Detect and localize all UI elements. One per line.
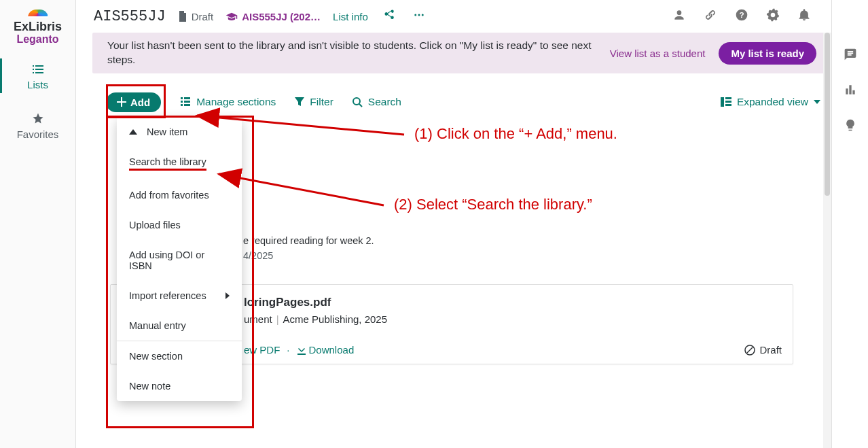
citation-actions: ew PDF · Download <box>244 344 354 356</box>
menu-search-library[interactable]: Search the library <box>117 147 242 180</box>
tips-icon[interactable] <box>844 118 857 135</box>
brand-line2: Leganto <box>14 34 62 45</box>
list-ready-button[interactable]: My list is ready <box>719 42 816 65</box>
view-pdf-fragment[interactable]: ew PDF <box>244 344 280 356</box>
brand-logo: ExLibris Leganto <box>8 0 67 52</box>
menu-new-note[interactable]: New note <box>117 371 242 401</box>
view-mode-label: Expanded view <box>737 96 808 108</box>
left-sidebar: ExLibris Leganto Lists Favorites <box>0 0 76 448</box>
share-icon[interactable] <box>380 6 398 27</box>
add-button[interactable]: Add <box>106 92 161 112</box>
course-link[interactable]: AIS555JJ (202… <box>225 11 321 22</box>
course-code: AIS555JJ <box>94 8 166 25</box>
menu-search-library-label: Search the library <box>129 156 206 171</box>
menu-doi-isbn[interactable]: Add using DOI or ISBN <box>117 240 242 281</box>
info-banner: Your list hasn't been sent to the librar… <box>92 33 831 73</box>
svg-point-2 <box>422 14 424 16</box>
nav-lists[interactable]: Lists <box>0 52 75 100</box>
brand-line1: ExLibris <box>14 20 62 33</box>
citation-title-fragment: loringPages.pdf <box>244 296 331 309</box>
menu-new-item-label: New item <box>147 126 187 137</box>
notifications-icon[interactable] <box>795 5 814 27</box>
help-icon[interactable]: ? <box>732 5 751 27</box>
top-bar: AIS555JJ Draft AIS555JJ (202… List info … <box>76 0 831 33</box>
chevron-right-icon <box>225 292 230 299</box>
analytics-icon[interactable] <box>844 83 857 99</box>
settings-icon[interactable] <box>763 5 782 27</box>
svg-line-8 <box>219 174 384 205</box>
menu-new-section[interactable]: New section <box>117 341 242 371</box>
download-link[interactable]: Download <box>297 344 355 356</box>
graduation-cap-icon <box>225 12 238 21</box>
citation-status: Draft <box>744 344 782 356</box>
filter[interactable]: Filter <box>295 96 333 108</box>
nav-favorites-label: Favorites <box>17 128 59 140</box>
list-toolbar: Add Manage sections Filter Search Expand… <box>106 87 820 117</box>
link-icon[interactable] <box>701 5 720 27</box>
filter-icon <box>295 97 304 107</box>
svg-point-5 <box>353 98 360 105</box>
scrollbar-thumb[interactable] <box>825 33 830 196</box>
add-menu: New item Search the library Add from fav… <box>117 117 242 401</box>
user-icon[interactable] <box>670 5 689 27</box>
list-info-link[interactable]: List info <box>333 11 368 22</box>
menu-upload-files[interactable]: Upload files <box>117 210 242 240</box>
comments-icon[interactable] <box>844 48 857 64</box>
status-icon <box>744 345 755 356</box>
menu-import-refs[interactable]: Import references <box>117 281 242 311</box>
view-icon <box>721 97 731 107</box>
svg-point-0 <box>414 14 416 16</box>
document-icon <box>178 11 187 22</box>
filter-label: Filter <box>310 96 333 108</box>
search[interactable]: Search <box>352 96 401 108</box>
plus-icon <box>117 97 126 107</box>
download-icon <box>297 345 306 355</box>
svg-text:?: ? <box>739 10 744 19</box>
course-link-label: AIS555JJ (202… <box>242 11 321 22</box>
list-status: Draft <box>178 11 214 22</box>
search-icon <box>352 97 363 107</box>
list-status-label: Draft <box>192 11 214 22</box>
sections-icon <box>180 97 191 107</box>
brand-rainbow-icon <box>28 10 48 18</box>
view-mode[interactable]: Expanded view <box>721 96 820 108</box>
manage-sections-label: Manage sections <box>196 96 276 108</box>
right-rail <box>831 0 868 448</box>
menu-new-item[interactable]: New item <box>117 117 242 147</box>
view-as-student-link[interactable]: View list as a student <box>610 48 706 59</box>
callout-step1: (1) Click on the “+ Add,” menu. <box>414 125 617 143</box>
menu-add-favorites[interactable]: Add from favorites <box>117 180 242 210</box>
manage-sections[interactable]: Manage sections <box>180 96 276 108</box>
star-icon <box>32 112 44 124</box>
menu-manual-entry[interactable]: Manual entry <box>117 311 242 341</box>
chevron-down-icon <box>814 100 820 104</box>
nav-lists-label: Lists <box>27 79 48 90</box>
section-date-fragment: 4/2025 <box>243 250 273 261</box>
more-icon[interactable] <box>410 6 428 27</box>
nav-favorites[interactable]: Favorites <box>0 100 75 150</box>
search-label: Search <box>368 96 401 108</box>
add-button-label: Add <box>130 97 150 108</box>
svg-point-1 <box>418 14 420 16</box>
section-description-fragment: e required reading for week 2. <box>243 235 374 246</box>
citation-meta: ument|Acme Publishing, 2025 <box>244 313 387 325</box>
list-icon <box>31 64 45 75</box>
banner-text: Your list hasn't been sent to the librar… <box>107 39 596 67</box>
callout-step2: (2) Select “Search the library.” <box>394 196 592 213</box>
chevron-up-icon <box>129 129 137 135</box>
